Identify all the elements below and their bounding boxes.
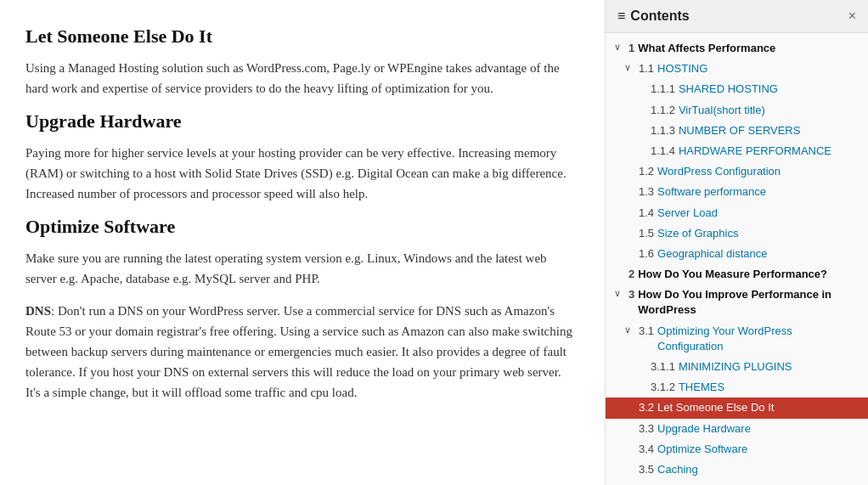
toc-text-1.5: Size of Graphics: [657, 226, 860, 241]
toc-sidebar: ≡ Contents × ∨1What Affects Performance∨…: [605, 0, 868, 485]
toc-text-1: What Affects Performance: [638, 41, 860, 56]
toc-num-3: 3: [628, 287, 634, 302]
toc-num-1.1.1: 1.1.1: [651, 82, 675, 97]
section3-paragraph2: DNS: Don't run a DNS on your WordPress s…: [25, 301, 579, 403]
toc-num-3.5: 3.5: [639, 462, 654, 477]
toc-text-3.1.1: MINIMIZING PLUGINS: [679, 359, 860, 375]
toc-num-3.3: 3.3: [639, 421, 654, 437]
toc-text-1.6: Geographical distance: [657, 246, 860, 262]
toc-text-1.1.3: NUMBER OF SERVERS: [679, 123, 860, 138]
toc-text-3: How Do You Improve Performance in WordPr…: [638, 287, 860, 318]
toc-num-3.1.1: 3.1.1: [651, 359, 675, 375]
section2-paragraph: Paying more for higher service levels at…: [25, 143, 579, 204]
toc-item-1.2[interactable]: 1.2WordPress Configuration: [606, 161, 868, 182]
toc-toggle-3.1[interactable]: ∨: [624, 324, 636, 336]
section3-paragraph1: Make sure you are running the latest ope…: [25, 248, 579, 289]
toc-item-1.1.1[interactable]: 1.1.1SHARED HOSTING: [606, 79, 868, 99]
toc-num-1.1.4: 1.1.4: [651, 144, 675, 159]
toc-text-1.1.2: VirTual(short title): [679, 103, 860, 118]
toc-item-3.1[interactable]: ∨3.1Optimizing Your WordPress Configurat…: [606, 321, 868, 357]
toc-num-1.4: 1.4: [639, 206, 654, 221]
toc-title-text: Contents: [630, 8, 689, 24]
toc-item-1.4[interactable]: 1.4Server Load: [606, 203, 868, 223]
toc-num-1.1.2: 1.1.2: [651, 103, 675, 118]
toc-text-3.1: Optimizing Your WordPress Configuration: [657, 324, 860, 354]
toc-num-3.2: 3.2: [639, 400, 654, 415]
toc-num-1.1: 1.1: [639, 61, 654, 76]
section1-paragraph: Using a Managed Hosting solution such as…: [25, 58, 579, 99]
toc-item-3.4[interactable]: 3.4Optimize Software: [606, 439, 868, 460]
toc-num-3.4: 3.4: [639, 442, 654, 457]
toc-item-1.1.2[interactable]: 1.1.2VirTual(short title): [606, 100, 868, 121]
toc-item-3.1.2[interactable]: 3.1.2THEMES: [606, 377, 868, 398]
section3-heading: Optimize Software: [25, 216, 579, 238]
toc-item-3[interactable]: ∨3How Do You Improve Performance in Word…: [606, 285, 868, 320]
main-content: Let Someone Else Do It Using a Managed H…: [0, 0, 605, 485]
toc-title: ≡ Contents: [617, 8, 690, 24]
toc-num-2: 2: [628, 267, 634, 282]
toc-tree: ∨1What Affects Performance∨1.1HOSTING1.1…: [606, 33, 868, 485]
toc-header: ≡ Contents ×: [606, 0, 868, 33]
toc-item-1.3[interactable]: 1.3Software performance: [606, 182, 868, 202]
toc-text-1.1: HOSTING: [657, 61, 860, 76]
toc-item-3.1.1[interactable]: 3.1.1MINIMIZING PLUGINS: [606, 357, 868, 377]
toc-toggle-3[interactable]: ∨: [614, 287, 626, 300]
toc-item-1.6[interactable]: 1.6Geographical distance: [606, 244, 868, 264]
toc-item-1.1[interactable]: ∨1.1HOSTING: [606, 59, 868, 79]
toc-item-3.5[interactable]: 3.5Caching: [606, 460, 868, 480]
toc-text-1.1.1: SHARED HOSTING: [679, 82, 860, 97]
toc-item-1.5[interactable]: 1.5Size of Graphics: [606, 223, 868, 244]
toc-item-1.1.3[interactable]: 1.1.3NUMBER OF SERVERS: [606, 121, 868, 141]
toc-num-1: 1: [628, 41, 634, 56]
toc-text-3.5: Caching: [657, 462, 860, 477]
toc-icon: ≡: [617, 8, 625, 24]
toc-text-3.1.2: THEMES: [679, 380, 860, 395]
toc-num-1.2: 1.2: [639, 164, 654, 179]
toc-num-3.1: 3.1: [639, 324, 654, 339]
toc-close-button[interactable]: ×: [848, 8, 856, 24]
toc-text-3.3: Upgrade Hardware: [657, 421, 860, 437]
toc-num-1.3: 1.3: [639, 184, 654, 200]
toc-text-1.4: Server Load: [657, 206, 860, 221]
toc-text-3.4: Optimize Software: [657, 442, 860, 457]
toc-toggle-1.1[interactable]: ∨: [624, 61, 636, 74]
toc-text-1.1.4: HARDWARE PERFORMANCE: [679, 144, 860, 159]
section1-heading: Let Someone Else Do It: [25, 25, 579, 48]
toc-text-1.3: Software performance: [657, 184, 860, 200]
toc-text-3.2: Let Someone Else Do It: [657, 400, 860, 415]
toc-toggle-1[interactable]: ∨: [614, 41, 626, 54]
toc-item-3.2[interactable]: 3.2Let Someone Else Do It: [606, 398, 868, 418]
toc-item-1.1.4[interactable]: 1.1.4HARDWARE PERFORMANCE: [606, 141, 868, 161]
toc-item-3.3[interactable]: 3.3Upgrade Hardware: [606, 419, 868, 439]
toc-num-1.1.3: 1.1.3: [651, 123, 675, 138]
toc-item-2[interactable]: 2How Do You Measure Performance?: [606, 264, 868, 285]
dns-label: DNS: [25, 304, 51, 318]
toc-num-1.6: 1.6: [639, 246, 654, 262]
toc-num-3.1.2: 3.1.2: [651, 380, 675, 395]
section3-dns-text: : Don't run a DNS on your WordPress serv…: [25, 304, 572, 399]
toc-num-1.5: 1.5: [639, 226, 654, 241]
toc-text-1.2: WordPress Configuration: [657, 164, 860, 179]
toc-text-2: How Do You Measure Performance?: [638, 267, 860, 282]
toc-item-1[interactable]: ∨1What Affects Performance: [606, 38, 868, 59]
section2-heading: Upgrade Hardware: [25, 110, 579, 133]
